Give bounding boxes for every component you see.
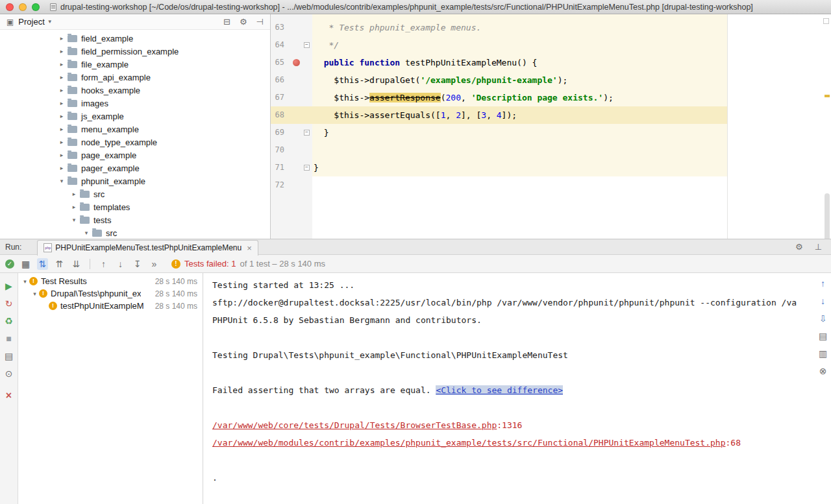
- code-line-64[interactable]: */: [312, 36, 831, 54]
- minimize-window-button[interactable]: [19, 3, 27, 11]
- pin-tab-icon[interactable]: ⊙: [3, 368, 15, 379]
- chevron-right-icon[interactable]: ▸: [57, 126, 66, 132]
- editor-scrollbar[interactable]: [825, 193, 830, 239]
- project-tree-item-file_example[interactable]: ▸file_example: [0, 58, 270, 71]
- console-link[interactable]: /var/www/web/modules/contrib/examples/ph…: [212, 438, 726, 448]
- chevron-right-icon[interactable]: ▸: [69, 191, 79, 197]
- import-test-results-icon[interactable]: ↧: [132, 258, 143, 270]
- chevron-right-icon[interactable]: ▸: [69, 204, 79, 210]
- show-passed-icon[interactable]: ✓: [5, 259, 14, 269]
- close-window-button[interactable]: [6, 3, 14, 11]
- chevron-down-icon[interactable]: ▾: [82, 230, 91, 236]
- project-tree-item-form_api_example[interactable]: ▸form_api_example: [0, 71, 270, 84]
- project-tree-item-field_permission_example[interactable]: ▸field_permission_example: [0, 45, 270, 58]
- chevron-right-icon[interactable]: ▸: [57, 152, 66, 158]
- settings-gear-icon[interactable]: ⚙: [795, 242, 803, 252]
- gutter-line-68[interactable]: 68: [271, 106, 312, 124]
- hide-panel-icon[interactable]: ⊣: [256, 17, 264, 27]
- gutter-line-66[interactable]: 66: [271, 71, 312, 89]
- project-panel-title[interactable]: Project: [18, 17, 44, 27]
- gutter-line-70[interactable]: 70: [271, 141, 312, 159]
- gutter-line-69[interactable]: 69−: [271, 124, 312, 141]
- project-tree-item-pager_example[interactable]: ▸pager_example: [0, 162, 270, 174]
- project-tree-item-menu_example[interactable]: ▸menu_example: [0, 123, 270, 136]
- clear-console-icon[interactable]: ⊗: [819, 366, 827, 376]
- settings-gear-icon[interactable]: ⚙: [240, 17, 247, 27]
- open-results-icon[interactable]: ▤: [819, 331, 827, 341]
- gutter-line-72[interactable]: 72: [271, 176, 312, 194]
- chevron-right-icon[interactable]: ▸: [57, 165, 66, 171]
- code-line-69[interactable]: }: [312, 124, 831, 141]
- chevron-right-icon[interactable]: ▸: [57, 87, 66, 93]
- code-line-71[interactable]: }: [312, 159, 831, 176]
- zoom-window-button[interactable]: [32, 3, 40, 11]
- code-editor[interactable]: 6364−6566676869−7071−72 * Tests phpunit_…: [271, 14, 831, 239]
- export-results-icon[interactable]: ⇩: [819, 313, 827, 324]
- rerun-failed-tests-icon[interactable]: ↻: [3, 298, 15, 309]
- sort-alphabetically-icon[interactable]: ⇅: [37, 258, 48, 270]
- navigate-up-icon[interactable]: ↑: [821, 278, 825, 289]
- rerun-icon[interactable]: ▶: [3, 281, 15, 291]
- code-line-67[interactable]: $this->assertResponse(200, 'Description …: [312, 89, 831, 106]
- hide-panel-icon[interactable]: ⊥: [815, 242, 822, 252]
- project-tree-item-field_example[interactable]: ▸field_example: [0, 32, 270, 45]
- code-line-70[interactable]: [312, 141, 831, 159]
- failed-test-gutter-icon[interactable]: [293, 59, 300, 66]
- project-tree-item-node_type_example[interactable]: ▸node_type_example: [0, 136, 270, 149]
- fold-region-icon[interactable]: −: [304, 165, 310, 171]
- project-tree-item-js_example[interactable]: ▸js_example: [0, 110, 270, 123]
- chevron-down-icon[interactable]: ▼: [47, 19, 53, 25]
- project-tree-item-images[interactable]: ▸images: [0, 97, 270, 110]
- chevron-right-icon[interactable]: ▸: [57, 35, 66, 42]
- gutter-line-63[interactable]: 63: [271, 19, 312, 36]
- close-tab-icon[interactable]: ×: [247, 243, 252, 253]
- show-ignored-icon[interactable]: ▦: [20, 258, 31, 270]
- gutter-line-71[interactable]: 71−: [271, 159, 312, 176]
- chevron-right-icon[interactable]: ▸: [57, 100, 66, 106]
- stop-icon[interactable]: ■: [3, 333, 15, 344]
- collapse-all-icon[interactable]: ⇊: [71, 258, 82, 270]
- chevron-right-icon[interactable]: ▸: [57, 48, 66, 54]
- test-tree-item[interactable]: !testPhpUnitExampleM28 s 140 ms: [18, 300, 203, 312]
- chevron-down-icon[interactable]: ▾: [31, 291, 39, 297]
- chevron-down-icon[interactable]: ▾: [69, 217, 79, 223]
- code-line-72[interactable]: [312, 176, 831, 194]
- chevron-down-icon[interactable]: ▾: [21, 278, 29, 285]
- gutter-line-64[interactable]: 64−: [271, 36, 312, 54]
- code-line-68[interactable]: $this->assertEquals([1, 2], [3, 4]);: [312, 106, 831, 124]
- close-icon[interactable]: ×: [3, 390, 15, 402]
- print-icon[interactable]: ▥: [819, 348, 827, 359]
- project-tree-item-templates[interactable]: ▸templates: [0, 200, 270, 213]
- more-options-icon[interactable]: »: [149, 258, 160, 270]
- run-console[interactable]: Testing started at 13:25 ...sftp://docke…: [203, 273, 815, 504]
- chevron-right-icon[interactable]: ▸: [57, 74, 66, 80]
- warning-stripe-mark[interactable]: [825, 95, 830, 97]
- console-link[interactable]: <Click to see difference>: [436, 385, 563, 395]
- chevron-down-icon[interactable]: ▾: [57, 178, 66, 184]
- console-link[interactable]: /var/www/web/core/tests/Drupal/Tests/Bro…: [212, 420, 497, 430]
- project-tree-item-src[interactable]: ▸src: [0, 187, 270, 200]
- run-tab[interactable]: php PHPUnitExampleMenuTest.testPhpUnitEx…: [37, 240, 258, 256]
- collapse-all-icon[interactable]: ⊟: [223, 17, 230, 27]
- chevron-right-icon[interactable]: ▸: [57, 61, 66, 67]
- expand-all-icon[interactable]: ⇈: [54, 258, 65, 270]
- chevron-right-icon[interactable]: ▸: [57, 139, 66, 145]
- previous-failed-test-icon[interactable]: ↑: [98, 258, 109, 270]
- code-line-66[interactable]: $this->drupalGet('/examples/phpunit-exam…: [312, 71, 831, 89]
- project-tree-item-hooks_example[interactable]: ▸hooks_example: [0, 84, 270, 97]
- test-tree-item[interactable]: ▾!Drupal\Tests\phpunit_ex28 s 140 ms: [18, 287, 203, 300]
- project-tree-item-phpunit_example[interactable]: ▾phpunit_example: [0, 174, 270, 187]
- toggle-auto-test-icon[interactable]: ♻: [3, 316, 15, 326]
- navigate-down-icon[interactable]: ↓: [821, 296, 825, 306]
- code-line-63[interactable]: * Tests phpunit_example menus.: [312, 19, 831, 36]
- fold-region-icon[interactable]: −: [304, 42, 310, 48]
- next-failed-test-icon[interactable]: ↓: [115, 258, 126, 270]
- project-tree-item-page_example[interactable]: ▸page_example: [0, 149, 270, 162]
- project-tree-item-tests[interactable]: ▾tests: [0, 213, 270, 226]
- code-line-65[interactable]: public function testPhpUnitExampleMenu()…: [312, 54, 831, 71]
- inspection-indicator-icon[interactable]: [823, 18, 829, 24]
- gutter-line-65[interactable]: 65: [271, 54, 312, 71]
- project-tree-item-src[interactable]: ▾src: [0, 226, 270, 239]
- chevron-right-icon[interactable]: ▸: [57, 113, 66, 119]
- gutter-line-67[interactable]: 67: [271, 89, 312, 106]
